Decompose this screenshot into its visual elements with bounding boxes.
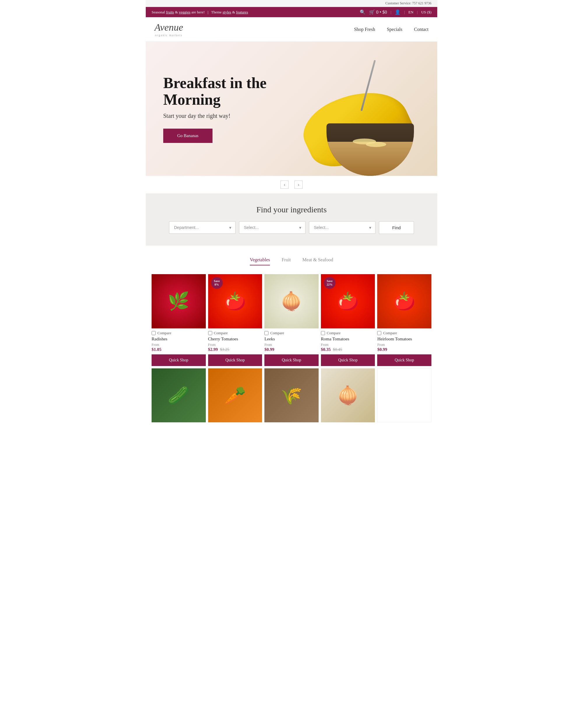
compare-row-roma: Compare [321, 329, 375, 337]
nav-specials[interactable]: Specials [387, 27, 402, 32]
quick-shop-button-heirloom[interactable]: Quick Shop [377, 354, 432, 366]
hero-subtitle: Start your day the right way! [163, 112, 292, 119]
compare-label-cherry: Compare [214, 331, 228, 335]
product-name-leeks: Leeks [265, 337, 318, 341]
product-name-heirloom: Heirloom Tomatoes [377, 337, 432, 341]
product-image-radishes: 🌿 [151, 274, 206, 329]
product-image-cherry-tomatoes: Save8% 🍅 [208, 274, 262, 329]
compare-label-leeks: Compare [270, 331, 284, 335]
bowl-shape [327, 123, 414, 176]
customer-service-bar: Customer Service: 757 621 9736 [146, 0, 437, 7]
hero-cta-button[interactable]: Go Bananas [163, 129, 213, 143]
product-card-row2-2: 🥕 [208, 368, 262, 423]
hero-content: Breakfast in the Morning Start your day … [146, 57, 309, 160]
carousel-next-button[interactable]: › [295, 181, 303, 189]
product-card-roma: Save22% 🍅 Compare Roma Tomatoes From $0.… [321, 274, 375, 366]
tab-vegetables[interactable]: Vegetables [250, 257, 270, 265]
quick-shop-button-cherry[interactable]: Quick Shop [208, 354, 262, 366]
compare-checkbox-radishes[interactable] [151, 331, 156, 335]
product-image-heirloom: 🍅 [377, 274, 432, 329]
quick-shop-button-leeks[interactable]: Quick Shop [265, 354, 318, 366]
veggies-link[interactable]: veggies [179, 10, 191, 14]
product-from-leeks: From [265, 343, 318, 347]
dept-select-wrapper: Department... ▼ [169, 222, 235, 234]
cart-icon[interactable]: 🛒 0 • $0 [369, 9, 387, 15]
product-from-heirloom: From [377, 343, 432, 347]
features-link[interactable]: features [236, 10, 248, 14]
product-name-roma: Roma Tomatoes [321, 337, 375, 341]
find-form: Department... ▼ Select... ▼ Select... ▼ … [169, 222, 414, 234]
compare-label-radishes: Compare [158, 331, 171, 335]
product-name-radishes: Radishes [151, 337, 206, 341]
product-from-roma: From [321, 343, 375, 347]
carousel-controls: ‹ › [146, 176, 437, 193]
select2-wrapper: Select... ▼ [239, 222, 305, 234]
carousel-prev-button[interactable]: ‹ [280, 181, 288, 189]
compare-checkbox-cherry[interactable] [208, 331, 212, 335]
product-image-row2-1: 🥒 [151, 368, 206, 423]
product-image-row2-4: 🧅 [321, 368, 375, 423]
lang-divider2: | [404, 10, 405, 15]
nav-shop-fresh[interactable]: Shop Fresh [354, 27, 375, 32]
product-tabs: Vegetables Fruit Meat & Seafood [151, 257, 432, 265]
compare-row-leeks: Compare [265, 329, 318, 337]
nav-contact[interactable]: Contact [414, 27, 428, 32]
announcement-bar: Seasonal fruits & veggies are here! | Th… [146, 7, 437, 17]
announcement-suffix: are here! [190, 10, 205, 14]
product-image-row2-3: 🌾 [265, 368, 318, 423]
product-card-row2-1: 🥒 [151, 368, 206, 423]
header-divider3: | [417, 10, 418, 15]
compare-checkbox-roma[interactable] [321, 331, 325, 335]
select3-wrapper: Select... ▼ [309, 222, 376, 234]
hero-title: Breakfast in the Morning [163, 75, 292, 108]
compare-checkbox-leeks[interactable] [265, 331, 269, 335]
product-price-leeks: $0.99 [265, 347, 318, 352]
product-grid-row1: 🌿 Compare Radishes From $1.05 Quick Shop… [151, 274, 432, 366]
compare-label-roma: Compare [327, 331, 341, 335]
fruits-link[interactable]: fruits [166, 10, 174, 14]
products-section: Vegetables Fruit Meat & Seafood 🌿 Compar… [146, 245, 437, 434]
site-header: Avenue organic markets Shop Fresh Specia… [146, 17, 437, 42]
tab-fruit[interactable]: Fruit [282, 257, 290, 265]
styles-link[interactable]: styles [223, 10, 231, 14]
region-selector[interactable]: US ($) [421, 10, 432, 15]
logo[interactable]: Avenue organic markets [155, 22, 183, 37]
tab-meat-seafood[interactable]: Meat & Seafood [302, 257, 333, 265]
find-button[interactable]: Find [379, 222, 414, 234]
product-original-price-roma: $0.45 [333, 347, 342, 352]
quick-shop-button-roma[interactable]: Quick Shop [321, 354, 375, 366]
compare-row-heirloom: Compare [377, 329, 432, 337]
product-price-cherry: $2.99 $3.25 [208, 347, 262, 352]
product-card-row2-5 [377, 368, 432, 423]
department-select[interactable]: Department... [169, 222, 235, 234]
compare-checkbox-heirloom[interactable] [377, 331, 381, 335]
hero-section: Breakfast in the Morning Start your day … [146, 42, 437, 176]
product-card-row2-3: 🌾 [265, 368, 318, 423]
announcement-prefix: Seasonal [151, 10, 166, 14]
language-selector[interactable]: EN [408, 10, 413, 15]
product-image-row2-5 [377, 368, 432, 423]
product-card-heirloom: 🍅 Compare Heirloom Tomatoes From $0.99 Q… [377, 274, 432, 366]
hero-food-illustration [309, 48, 437, 176]
account-icon[interactable]: 👤 [395, 9, 400, 15]
save-badge-cherry: Save8% [211, 277, 223, 289]
product-from-cherry: From [208, 343, 262, 347]
subcategory-select[interactable]: Select... [309, 222, 376, 234]
product-image-roma: Save22% 🍅 [321, 274, 375, 329]
product-image-row2-2: 🥕 [208, 368, 262, 423]
save-badge-roma: Save22% [324, 277, 335, 289]
quick-shop-button-radishes[interactable]: Quick Shop [151, 354, 206, 366]
main-nav: Shop Fresh Specials Contact [354, 27, 428, 32]
announcement-right-icons: 🔍 🛒 0 • $0 | 👤 | EN | US ($) [360, 9, 432, 15]
find-section: Find your ingredients Department... ▼ Se… [146, 193, 437, 245]
product-price-roma: $0.35 $0.45 [321, 347, 375, 352]
product-price-radishes: $1.05 [151, 347, 206, 352]
search-icon[interactable]: 🔍 [360, 9, 365, 15]
category-select[interactable]: Select... [239, 222, 305, 234]
lang-divider: | [391, 10, 391, 15]
product-price-heirloom: $0.99 [377, 347, 432, 352]
hero-image-area [309, 42, 437, 176]
product-card-row2-4: 🧅 [321, 368, 375, 423]
product-image-leeks: 🧅 [265, 274, 318, 329]
customer-service-text: Customer Service: 757 621 9736 [385, 1, 432, 5]
